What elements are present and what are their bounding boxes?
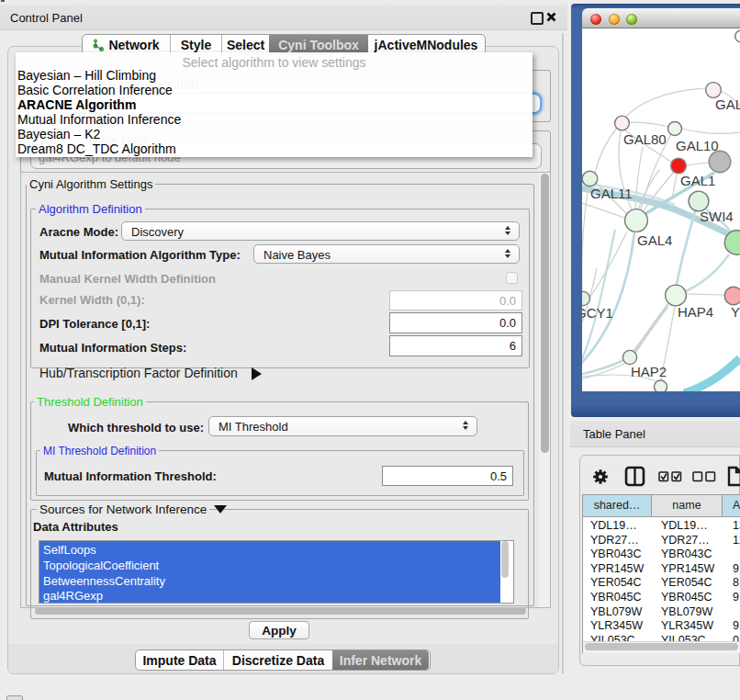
svg-text:HAP2: HAP2	[631, 364, 667, 379]
svg-text:GAL80: GAL80	[623, 131, 667, 147]
svg-text:Y: Y	[731, 304, 740, 320]
svg-text:GAL10: GAL10	[676, 138, 719, 153]
svg-text:GAL1: GAL1	[680, 173, 715, 188]
svg-text:GAL7: GAL7	[715, 96, 740, 112]
svg-text:GAL11: GAL11	[590, 186, 633, 201]
svg-text:GAL4: GAL4	[637, 232, 672, 248]
svg-text:HAP4: HAP4	[678, 304, 713, 320]
svg-text:GCY1: GCY1	[582, 305, 613, 321]
svg-text:SWI4: SWI4	[700, 209, 734, 224]
